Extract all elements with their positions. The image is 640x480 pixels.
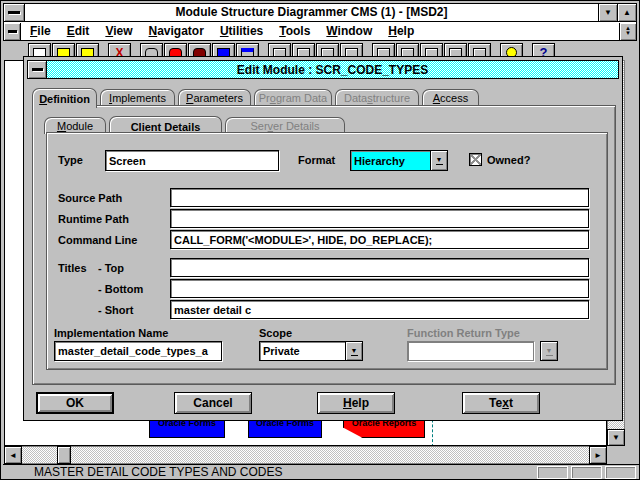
owned-checkbox: [469, 153, 482, 166]
dialog-titlebar: Edit Module : SCR_CODE_TYPES: [27, 60, 619, 79]
titles-bottom-label: - Bottom: [98, 283, 143, 295]
horizontal-scrollbar[interactable]: ◄ ►: [4, 446, 607, 464]
tab-implements[interactable]: Implements: [100, 89, 175, 106]
menu-item-help[interactable]: Help: [388, 24, 414, 38]
scope-combo: Private ▼: [259, 341, 363, 361]
tab-parameters[interactable]: Parameters: [178, 89, 251, 106]
status-cell-1: [537, 466, 568, 479]
implementation-name-input[interactable]: [54, 341, 222, 361]
scope-value[interactable]: Private: [259, 341, 346, 361]
title-top-input[interactable]: [170, 258, 589, 277]
format-combo: Hierarchy ▼: [350, 150, 448, 171]
dropdown-arrow-icon: ▼: [546, 347, 553, 354]
mdi-control-menu-icon: [8, 30, 17, 33]
menu-item-window[interactable]: Window: [326, 24, 372, 38]
tab-access[interactable]: Access: [422, 89, 479, 106]
dialog-control-menu-button[interactable]: [28, 61, 47, 78]
command-line-input[interactable]: [170, 230, 589, 249]
runtime-path-input[interactable]: [170, 209, 589, 228]
scrollbar-thumb[interactable]: [57, 446, 71, 464]
title-short-input[interactable]: [170, 300, 589, 319]
menu-item-tools[interactable]: Tools: [279, 24, 310, 38]
function-return-type-combo: ▼: [540, 341, 558, 361]
statusbar: MASTER DETAIL CODE TYPES AND CODES: [3, 464, 639, 479]
menu-item-navigator[interactable]: Navigator: [149, 24, 204, 38]
dialog-tabs: Definition Implements Parameters Program…: [32, 86, 482, 106]
source-path-input[interactable]: [170, 188, 589, 207]
arrow-right-icon: ►: [594, 451, 602, 460]
scroll-right-button[interactable]: ►: [589, 446, 607, 464]
restore-down-icon: ▼: [625, 31, 631, 36]
maximize-icon: ▲: [623, 8, 631, 17]
owned-label: Owned?: [487, 154, 530, 166]
type-label: Type: [58, 154, 83, 166]
status-text: MASTER DETAIL CODE TYPES AND CODES: [3, 465, 537, 479]
titles-top-label: - Top: [98, 262, 124, 274]
runtime-path-label: Runtime Path: [58, 213, 129, 225]
scroll-down-button[interactable]: ▼: [607, 429, 625, 446]
menu-item-edit[interactable]: Edit: [67, 24, 90, 38]
scope-dropdown-button[interactable]: ▼: [346, 341, 363, 361]
implementation-name-label: Implementation Name: [54, 327, 168, 339]
menubar: File Edit View Navigator Utilities Tools…: [3, 22, 637, 41]
function-return-type-label: Function Return Type: [407, 327, 520, 339]
source-path-label: Source Path: [58, 192, 122, 204]
control-menu-button[interactable]: [4, 4, 25, 21]
title-bottom-input[interactable]: [170, 279, 589, 298]
dialog-title: Edit Module : SCR_CODE_TYPES: [47, 61, 618, 78]
function-return-type-input: [407, 341, 534, 361]
format-dropdown-button[interactable]: ▼: [431, 150, 448, 171]
command-line-label: Command Line: [58, 234, 137, 246]
ok-button[interactable]: OK: [36, 392, 114, 414]
tab-program-data: Program Data: [254, 89, 332, 106]
edit-module-dialog: Edit Module : SCR_CODE_TYPES Definition …: [23, 56, 623, 421]
arrow-left-icon: ◄: [9, 451, 17, 460]
minimize-icon: ▼: [604, 8, 612, 17]
function-return-type-dropdown-button: ▼: [540, 341, 558, 361]
mdi-control-menu-button[interactable]: [4, 23, 21, 40]
titles-label: Titles: [58, 262, 87, 274]
type-input[interactable]: [105, 150, 279, 171]
maximize-button[interactable]: ▲: [617, 4, 636, 21]
scrollbar-corner: [607, 446, 625, 464]
help-button[interactable]: Help: [317, 392, 395, 414]
cancel-button[interactable]: Cancel: [174, 392, 252, 414]
minimize-button[interactable]: ▼: [598, 4, 617, 21]
scope-label: Scope: [259, 327, 292, 339]
menu-item-file[interactable]: File: [30, 24, 51, 38]
arrow-down-icon: ▼: [612, 433, 620, 442]
window-title: Module Structure Diagrammer CMS (1) - [M…: [25, 4, 598, 21]
dropdown-arrow-icon: ▼: [351, 347, 358, 354]
scroll-left-button[interactable]: ◄: [4, 446, 22, 464]
status-cell-3: [605, 466, 636, 479]
tab-definition[interactable]: Definition: [32, 88, 97, 108]
titles-short-label: - Short: [98, 304, 133, 316]
application-window: Module Structure Diagrammer CMS (1) - [M…: [0, 0, 640, 480]
tab-datastructure: Datastructure: [335, 89, 419, 106]
window-titlebar: Module Structure Diagrammer CMS (1) - [M…: [3, 3, 637, 22]
control-menu-icon: [8, 11, 20, 14]
menu-item-view[interactable]: View: [105, 24, 132, 38]
status-cell-2: [571, 466, 602, 479]
format-value[interactable]: Hierarchy: [350, 150, 431, 171]
mdi-restore-button[interactable]: ▲ ▼: [619, 23, 636, 40]
menu-items: File Edit View Navigator Utilities Tools…: [21, 24, 619, 38]
text-button[interactable]: Text: [462, 392, 540, 414]
dialog-control-menu-icon: [32, 68, 43, 71]
format-label: Format: [298, 154, 335, 166]
dropdown-arrow-icon: ▼: [436, 156, 443, 163]
menu-item-utilities[interactable]: Utilities: [220, 24, 263, 38]
